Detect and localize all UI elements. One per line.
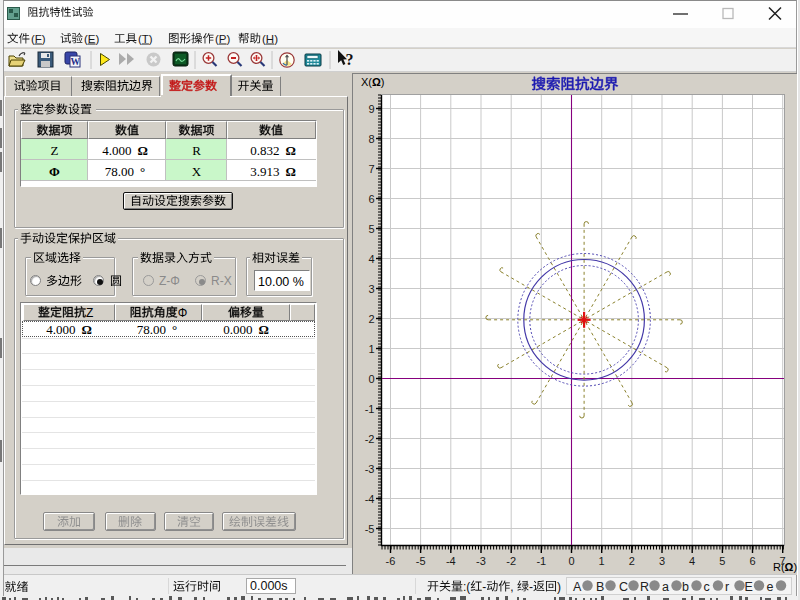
svg-text:b: b [682,580,689,594]
svg-text:-1: -1 [536,555,546,567]
svg-text:X(: X( [361,76,372,88]
svg-text:Z: Z [86,306,93,320]
svg-text:4.000: 4.000 [102,143,131,158]
svg-text:): ) [557,580,561,594]
svg-text:6: 6 [750,555,756,567]
svg-text:78.00: 78.00 [105,164,134,179]
svg-text:R: R [640,580,649,594]
svg-text:°: ° [172,322,177,337]
svg-text:Ω: Ω [81,322,91,337]
svg-text:-4: -4 [365,493,375,505]
svg-text:(F): (F) [31,33,46,45]
svg-text:(T): (T) [138,33,153,45]
svg-text:-1: -1 [365,403,375,415]
svg-text:-4: -4 [446,555,456,567]
svg-text:-2: -2 [365,433,375,445]
svg-text:(P): (P) [215,33,231,45]
svg-text:A: A [573,580,582,594]
svg-text:Ω: Ω [285,143,295,158]
svg-text:R: R [192,143,201,158]
svg-text:Φ: Φ [49,164,60,179]
svg-text:-5: -5 [416,555,426,567]
svg-text:Ω: Ω [285,164,295,179]
svg-text:0.000: 0.000 [223,322,252,337]
svg-text:78.00: 78.00 [137,322,166,337]
svg-text:r: r [725,580,729,594]
svg-text:0.832: 0.832 [250,143,279,158]
svg-text:a: a [662,580,669,594]
svg-text:2: 2 [629,555,635,567]
svg-text:1: 1 [368,343,374,355]
svg-text:): ) [793,561,797,573]
svg-text:7: 7 [368,163,374,175]
svg-text:2: 2 [368,313,374,325]
svg-text:-: - [529,580,533,594]
svg-text:0: 0 [368,373,374,385]
svg-text:,: , [510,580,513,594]
svg-text:E: E [745,580,753,594]
svg-text:C: C [619,580,628,594]
svg-text:Ω: Ω [785,561,794,573]
svg-text:9: 9 [368,103,374,115]
svg-text:B: B [596,580,604,594]
svg-text:-3: -3 [365,463,375,475]
svg-text::(: :( [463,580,470,594]
svg-text:10.00 %: 10.00 % [258,275,304,289]
svg-text:°: ° [140,164,145,179]
svg-text:-3: -3 [476,555,486,567]
svg-text:3.913: 3.913 [250,164,279,179]
svg-text:Ω: Ω [137,143,147,158]
svg-text:e: e [767,580,774,594]
svg-text:4: 4 [689,555,695,567]
svg-text:R-X: R-X [211,274,232,288]
svg-text:4: 4 [368,253,374,265]
svg-text:R(: R( [773,561,785,573]
svg-text:0: 0 [568,555,574,567]
svg-text:3: 3 [659,555,665,567]
svg-text:X: X [192,164,202,179]
svg-text:-5: -5 [365,523,375,535]
svg-text:Ω: Ω [372,76,381,88]
svg-text:8: 8 [368,133,374,145]
svg-text:Z-Φ: Z-Φ [159,274,180,288]
svg-text:Φ: Φ [178,306,188,320]
svg-text:4.000: 4.000 [46,322,75,337]
svg-text:5: 5 [368,223,374,235]
svg-text:(H): (H) [262,33,278,45]
svg-text:1: 1 [599,555,605,567]
svg-text:6: 6 [368,193,374,205]
svg-text:-2: -2 [506,555,516,567]
svg-text:c: c [704,580,710,594]
svg-text:-6: -6 [386,555,396,567]
svg-text:5: 5 [719,555,725,567]
svg-text:Z: Z [51,143,59,158]
svg-text:Ω: Ω [258,322,268,337]
svg-text:0.000s: 0.000s [250,579,288,593]
svg-text:-: - [482,580,486,594]
svg-text:W: W [71,57,81,67]
svg-text:3: 3 [368,283,374,295]
svg-text:(E): (E) [84,33,100,45]
svg-text:?: ? [346,51,354,68]
svg-text:): ) [381,76,385,88]
